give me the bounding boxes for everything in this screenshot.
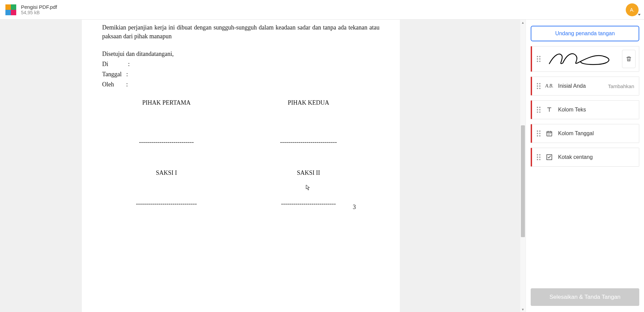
initials-label: Inisial Anda: [558, 83, 586, 89]
drag-handle-icon[interactable]: [537, 56, 540, 62]
document-viewer[interactable]: Demikian perjanjian kerja ini dibuat den…: [0, 20, 526, 312]
line-oleh: Oleh :: [102, 80, 380, 89]
file-meta: Pengisi PDF.pdf 54,95 kB: [21, 4, 57, 15]
drag-handle-icon[interactable]: [537, 130, 540, 137]
line-tanggal: Tanggal :: [102, 70, 380, 79]
drag-handle-icon[interactable]: [537, 154, 540, 160]
scrollbar[interactable]: ▴ ▾: [520, 20, 526, 312]
line-di: Di :: [102, 60, 380, 68]
scroll-thumb[interactable]: [521, 125, 525, 237]
add-initials-action[interactable]: Tambahkan: [608, 83, 634, 89]
page-number: 3: [353, 204, 356, 211]
scroll-down-icon[interactable]: ▾: [520, 307, 526, 312]
signature-tool[interactable]: [531, 46, 639, 72]
text-icon: [545, 106, 553, 113]
app-header: Pengisi PDF.pdf 54,95 kB A.: [0, 0, 644, 20]
paragraph: Demikian perjanjian kerja ini dibuat den…: [102, 20, 380, 41]
text-field-tool[interactable]: Kolom Teks: [531, 100, 639, 119]
initials-icon: A.B.: [545, 83, 553, 89]
line-agreed: Disetujui dan ditandatangani,: [102, 49, 380, 58]
tools-sidebar: Undang penanda tangan A.B. Inisial Anda …: [526, 20, 644, 312]
scroll-up-icon[interactable]: ▴: [520, 20, 526, 25]
invite-signer-button[interactable]: Undang penanda tangan: [531, 26, 639, 41]
delete-signature-button[interactable]: [622, 50, 636, 68]
trash-icon: [626, 56, 632, 62]
document-page: Demikian perjanjian kerja ini dibuat den…: [82, 20, 400, 312]
witness-1-line: ------------------------------: [119, 200, 214, 207]
file-name: Pengisi PDF.pdf: [21, 4, 57, 10]
signature-preview: [545, 49, 617, 68]
initials-tool[interactable]: A.B. Inisial Anda Tambahkan: [531, 77, 639, 96]
party-1-line: ---------------------------: [119, 139, 214, 146]
finish-sign-button[interactable]: Selesaikan & Tanda Tangan: [531, 288, 639, 306]
party-2-heading: PIHAK KEDUA: [261, 99, 356, 106]
party-1-heading: PIHAK PERTAMA: [119, 99, 214, 106]
drag-handle-icon[interactable]: [537, 107, 540, 113]
app-logo: [5, 4, 16, 15]
file-size: 54,95 kB: [21, 10, 57, 15]
checkbox-label: Kotak centang: [558, 154, 593, 160]
date-label: Kolom Tanggal: [558, 130, 594, 137]
text-label: Kolom Teks: [558, 107, 586, 113]
witness-2-heading: SAKSI II: [261, 169, 356, 176]
witness-1-heading: SAKSI I: [119, 169, 214, 176]
party-2-line: ----------------------------: [261, 139, 356, 146]
date-field-tool[interactable]: Kolom Tanggal: [531, 124, 639, 143]
witness-2-line: ---------------------------: [261, 200, 356, 207]
checkbox-icon: [545, 154, 553, 161]
drag-handle-icon[interactable]: [537, 83, 540, 89]
user-avatar[interactable]: A.: [626, 3, 639, 16]
calendar-icon: [545, 130, 553, 137]
checkbox-tool[interactable]: Kotak centang: [531, 148, 639, 167]
